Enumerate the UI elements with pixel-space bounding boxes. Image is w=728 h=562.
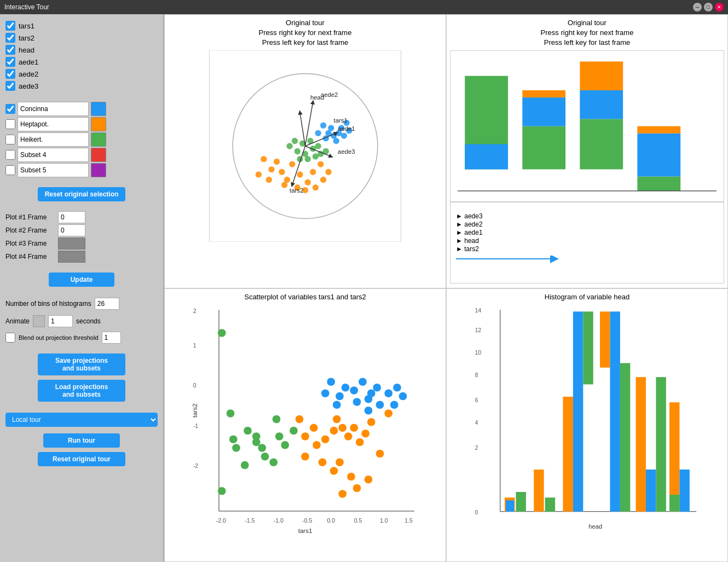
svg-rect-160 — [583, 311, 593, 384]
svg-text:2: 2 — [475, 445, 478, 451]
subset-row — [5, 117, 158, 131]
svg-text:tars2: tars2 — [192, 403, 198, 418]
subset-name-input[interactable] — [18, 117, 89, 131]
svg-rect-161 — [600, 311, 610, 367]
legend-item: ► tars2 — [456, 245, 718, 253]
svg-point-109 — [338, 424, 346, 432]
seconds-input[interactable] — [48, 315, 73, 327]
reset-tour-button[interactable]: Reset original tour — [38, 452, 125, 466]
variable-item: aede2 — [5, 68, 158, 80]
seconds-label: seconds — [76, 317, 101, 325]
svg-point-12 — [310, 169, 316, 175]
svg-text:1: 1 — [193, 341, 197, 348]
variable-item: tars1 — [5, 20, 158, 32]
svg-point-95 — [252, 432, 261, 441]
svg-point-103 — [301, 432, 309, 441]
subset-checkbox[interactable] — [5, 150, 15, 160]
run-tour-button[interactable]: Run tour — [43, 433, 120, 448]
tour-type-row: Local tour Grand tour Guided tour — [5, 413, 158, 427]
bottom-right-title: Histogram of variable head — [545, 292, 629, 302]
subset-checkbox[interactable] — [5, 119, 15, 129]
svg-text:0: 0 — [475, 509, 478, 515]
svg-text:0.0: 0.0 — [327, 517, 335, 524]
svg-rect-67 — [637, 126, 680, 133]
close-button[interactable]: ✕ — [715, 3, 724, 11]
bins-input[interactable] — [95, 298, 119, 310]
variable-checkbox[interactable] — [5, 33, 15, 43]
svg-rect-164 — [636, 377, 646, 512]
frame-input[interactable] — [58, 211, 85, 223]
svg-rect-157 — [545, 497, 555, 512]
svg-rect-59 — [637, 176, 680, 190]
variable-item: head — [5, 44, 158, 56]
svg-text:12: 12 — [475, 327, 482, 333]
subset-checkbox[interactable] — [5, 104, 15, 114]
reset-selection-button[interactable]: Reset original selection — [38, 187, 125, 201]
variable-checkbox[interactable] — [5, 57, 15, 67]
save-button[interactable]: Save projections and subsets — [38, 354, 125, 375]
subset-checkbox[interactable] — [5, 165, 15, 175]
svg-point-131 — [353, 398, 361, 406]
svg-point-138 — [390, 401, 398, 409]
variable-label: aede3 — [19, 82, 38, 90]
svg-point-100 — [273, 415, 281, 423]
bins-label: Number of bins of histograms — [5, 300, 91, 308]
subset-name-input[interactable] — [18, 163, 89, 177]
svg-text:aede1: aede1 — [338, 125, 355, 131]
sidebar: tars1 tars2 head aede1 aede2 aede3 — [0, 14, 164, 562]
subset-name-input[interactable] — [18, 102, 89, 116]
blend-row: Blend out projection threshold — [5, 332, 158, 344]
tour-biplot-svg: head aede1 aede2 aede3 tars2 tars1 — [168, 50, 442, 242]
legend-arrow-svg — [456, 256, 718, 273]
svg-point-21 — [294, 148, 301, 154]
frame-row: Plot #1 Frame — [5, 211, 158, 223]
svg-text:-1.0: -1.0 — [274, 517, 284, 524]
svg-point-29 — [305, 156, 311, 162]
svg-point-11 — [305, 179, 311, 185]
variable-checkbox[interactable] — [5, 81, 15, 91]
frame-row: Plot #3 Frame — [5, 237, 158, 250]
blend-checkbox[interactable] — [5, 333, 15, 343]
frame-input[interactable] — [58, 224, 85, 236]
subset-name-input[interactable] — [18, 148, 89, 162]
variable-checkbox[interactable] — [5, 45, 15, 55]
svg-rect-155 — [516, 492, 525, 512]
svg-point-119 — [336, 458, 344, 466]
svg-point-137 — [399, 392, 407, 400]
svg-point-120 — [330, 467, 338, 475]
svg-point-98 — [275, 432, 284, 441]
subset-name-input[interactable] — [18, 132, 89, 147]
svg-point-118 — [319, 458, 327, 466]
svg-point-114 — [367, 418, 375, 426]
bottom-left-title: Scatterplot of variables tars1 and tars2 — [244, 292, 366, 302]
blend-input[interactable] — [102, 332, 121, 344]
color-swatch[interactable] — [91, 117, 106, 131]
bins-row: Number of bins of histograms — [5, 298, 158, 310]
color-swatch[interactable] — [91, 163, 106, 177]
variable-checkbox[interactable] — [5, 69, 15, 79]
tour-type-select[interactable]: Local tour Grand tour Guided tour — [5, 413, 158, 427]
variable-checkbox[interactable] — [5, 21, 15, 31]
svg-rect-168 — [679, 470, 689, 512]
svg-text:-2.0: -2.0 — [216, 517, 226, 524]
top-hist-svg — [450, 51, 724, 201]
subset-row — [5, 102, 158, 116]
svg-point-104 — [310, 424, 318, 432]
svg-point-107 — [330, 426, 338, 434]
color-swatch[interactable] — [91, 148, 106, 162]
svg-point-105 — [313, 441, 321, 449]
subset-checkbox[interactable] — [5, 135, 15, 144]
load-button[interactable]: Load projections and subsets — [38, 380, 125, 402]
svg-text:6: 6 — [475, 397, 478, 403]
animate-checkbox[interactable] — [33, 315, 45, 327]
update-button[interactable]: Update — [49, 273, 114, 287]
svg-point-133 — [376, 401, 384, 409]
svg-point-112 — [356, 438, 364, 446]
svg-rect-165 — [646, 470, 656, 512]
svg-point-101 — [290, 426, 298, 434]
svg-rect-169 — [669, 495, 679, 512]
color-swatch[interactable] — [91, 102, 106, 116]
minimize-button[interactable]: ─ — [693, 3, 702, 11]
maximize-button[interactable]: □ — [704, 3, 713, 11]
color-swatch[interactable] — [91, 132, 106, 147]
